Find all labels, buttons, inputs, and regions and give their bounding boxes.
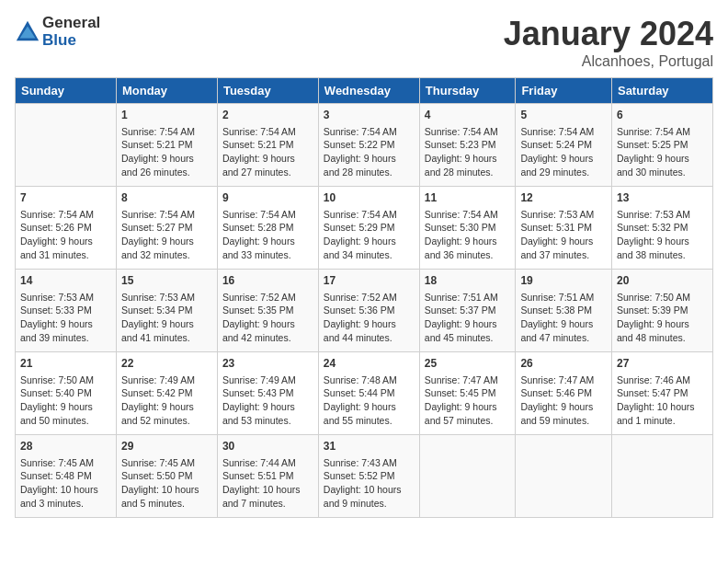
day-number: 21 bbox=[20, 356, 111, 372]
day-number: 25 bbox=[425, 356, 511, 372]
day-number: 29 bbox=[121, 439, 212, 454]
day-info: Sunrise: 7:54 AM Sunset: 5:28 PM Dayligh… bbox=[222, 208, 313, 262]
week-row-3: 21Sunrise: 7:50 AM Sunset: 5:40 PM Dayli… bbox=[16, 352, 713, 435]
day-cell: 12Sunrise: 7:53 AM Sunset: 5:31 PM Dayli… bbox=[516, 187, 612, 270]
day-cell: 8Sunrise: 7:54 AM Sunset: 5:27 PM Daylig… bbox=[116, 187, 217, 270]
day-number: 30 bbox=[222, 439, 313, 454]
day-cell: 14Sunrise: 7:53 AM Sunset: 5:33 PM Dayli… bbox=[16, 270, 117, 352]
day-info: Sunrise: 7:50 AM Sunset: 5:39 PM Dayligh… bbox=[617, 291, 708, 345]
day-cell: 20Sunrise: 7:50 AM Sunset: 5:39 PM Dayli… bbox=[611, 270, 712, 352]
day-info: Sunrise: 7:52 AM Sunset: 5:36 PM Dayligh… bbox=[324, 291, 415, 345]
location-subtitle: Alcanhoes, Portugal bbox=[504, 53, 713, 70]
day-cell: 21Sunrise: 7:50 AM Sunset: 5:40 PM Dayli… bbox=[16, 352, 117, 435]
day-number: 10 bbox=[324, 190, 415, 206]
day-number: 4 bbox=[425, 108, 511, 123]
day-number: 17 bbox=[324, 273, 415, 289]
day-number: 23 bbox=[222, 356, 313, 372]
day-number: 1 bbox=[121, 108, 212, 123]
day-cell: 1Sunrise: 7:54 AM Sunset: 5:21 PM Daylig… bbox=[116, 104, 217, 187]
day-info: Sunrise: 7:54 AM Sunset: 5:21 PM Dayligh… bbox=[222, 125, 313, 179]
col-header-friday: Friday bbox=[516, 78, 612, 104]
day-info: Sunrise: 7:51 AM Sunset: 5:38 PM Dayligh… bbox=[520, 291, 607, 345]
day-info: Sunrise: 7:54 AM Sunset: 5:21 PM Dayligh… bbox=[121, 125, 212, 179]
day-info: Sunrise: 7:45 AM Sunset: 5:48 PM Dayligh… bbox=[20, 456, 111, 511]
day-info: Sunrise: 7:54 AM Sunset: 5:24 PM Dayligh… bbox=[520, 125, 607, 179]
day-cell: 5Sunrise: 7:54 AM Sunset: 5:24 PM Daylig… bbox=[516, 104, 612, 187]
day-number: 18 bbox=[425, 273, 511, 289]
day-info: Sunrise: 7:47 AM Sunset: 5:46 PM Dayligh… bbox=[520, 373, 607, 428]
day-number: 3 bbox=[324, 108, 415, 123]
day-number: 5 bbox=[520, 108, 607, 123]
day-info: Sunrise: 7:54 AM Sunset: 5:23 PM Dayligh… bbox=[425, 125, 511, 179]
day-cell: 30Sunrise: 7:44 AM Sunset: 5:51 PM Dayli… bbox=[217, 435, 318, 518]
day-cell: 23Sunrise: 7:49 AM Sunset: 5:43 PM Dayli… bbox=[217, 352, 318, 435]
title-block: January 2024 Alcanhoes, Portugal bbox=[504, 15, 713, 70]
col-header-monday: Monday bbox=[116, 78, 217, 104]
day-info: Sunrise: 7:53 AM Sunset: 5:31 PM Dayligh… bbox=[520, 208, 607, 262]
day-cell: 24Sunrise: 7:48 AM Sunset: 5:44 PM Dayli… bbox=[318, 352, 419, 435]
day-info: Sunrise: 7:54 AM Sunset: 5:22 PM Dayligh… bbox=[324, 125, 415, 179]
day-info: Sunrise: 7:54 AM Sunset: 5:29 PM Dayligh… bbox=[324, 208, 415, 262]
week-row-4: 28Sunrise: 7:45 AM Sunset: 5:48 PM Dayli… bbox=[16, 435, 713, 518]
day-cell: 31Sunrise: 7:43 AM Sunset: 5:52 PM Dayli… bbox=[318, 435, 419, 518]
col-header-saturday: Saturday bbox=[611, 78, 712, 104]
day-cell bbox=[419, 435, 516, 518]
day-cell: 4Sunrise: 7:54 AM Sunset: 5:23 PM Daylig… bbox=[419, 104, 516, 187]
page-header: General Blue January 2024 Alcanhoes, Por… bbox=[15, 15, 713, 70]
day-info: Sunrise: 7:54 AM Sunset: 5:27 PM Dayligh… bbox=[121, 208, 212, 262]
day-cell: 17Sunrise: 7:52 AM Sunset: 5:36 PM Dayli… bbox=[318, 270, 419, 352]
day-number: 16 bbox=[222, 273, 313, 289]
day-number: 2 bbox=[222, 108, 313, 123]
day-cell: 18Sunrise: 7:51 AM Sunset: 5:37 PM Dayli… bbox=[419, 270, 516, 352]
week-row-1: 7Sunrise: 7:54 AM Sunset: 5:26 PM Daylig… bbox=[16, 187, 713, 270]
day-number: 26 bbox=[520, 356, 607, 372]
day-cell: 6Sunrise: 7:54 AM Sunset: 5:25 PM Daylig… bbox=[611, 104, 712, 187]
day-number: 12 bbox=[520, 190, 607, 206]
logo-general-text: General bbox=[42, 14, 100, 31]
col-header-sunday: Sunday bbox=[16, 78, 117, 104]
day-info: Sunrise: 7:50 AM Sunset: 5:40 PM Dayligh… bbox=[20, 373, 111, 428]
day-cell: 15Sunrise: 7:53 AM Sunset: 5:34 PM Dayli… bbox=[116, 270, 217, 352]
day-number: 28 bbox=[20, 439, 111, 454]
day-info: Sunrise: 7:54 AM Sunset: 5:25 PM Dayligh… bbox=[617, 125, 708, 179]
day-info: Sunrise: 7:48 AM Sunset: 5:44 PM Dayligh… bbox=[324, 373, 415, 428]
day-info: Sunrise: 7:44 AM Sunset: 5:51 PM Dayligh… bbox=[222, 456, 313, 511]
day-cell: 25Sunrise: 7:47 AM Sunset: 5:45 PM Dayli… bbox=[419, 352, 516, 435]
day-cell: 29Sunrise: 7:45 AM Sunset: 5:50 PM Dayli… bbox=[116, 435, 217, 518]
day-cell: 28Sunrise: 7:45 AM Sunset: 5:48 PM Dayli… bbox=[16, 435, 117, 518]
week-row-2: 14Sunrise: 7:53 AM Sunset: 5:33 PM Dayli… bbox=[16, 270, 713, 352]
day-cell: 19Sunrise: 7:51 AM Sunset: 5:38 PM Dayli… bbox=[516, 270, 612, 352]
day-cell: 7Sunrise: 7:54 AM Sunset: 5:26 PM Daylig… bbox=[16, 187, 117, 270]
logo-icon bbox=[15, 19, 40, 45]
day-number: 7 bbox=[20, 190, 111, 206]
day-cell: 10Sunrise: 7:54 AM Sunset: 5:29 PM Dayli… bbox=[318, 187, 419, 270]
day-number: 22 bbox=[121, 356, 212, 372]
day-number: 9 bbox=[222, 190, 313, 206]
day-cell bbox=[516, 435, 612, 518]
day-number: 20 bbox=[617, 273, 708, 289]
day-number: 14 bbox=[20, 273, 111, 289]
day-number: 31 bbox=[324, 439, 415, 454]
day-number: 11 bbox=[425, 190, 511, 206]
day-info: Sunrise: 7:45 AM Sunset: 5:50 PM Dayligh… bbox=[121, 456, 212, 511]
logo-blue-text: Blue bbox=[42, 31, 76, 49]
calendar-table: SundayMondayTuesdayWednesdayThursdayFrid… bbox=[15, 77, 713, 518]
day-info: Sunrise: 7:46 AM Sunset: 5:47 PM Dayligh… bbox=[617, 373, 708, 428]
day-cell: 13Sunrise: 7:53 AM Sunset: 5:32 PM Dayli… bbox=[611, 187, 712, 270]
day-cell: 3Sunrise: 7:54 AM Sunset: 5:22 PM Daylig… bbox=[318, 104, 419, 187]
week-row-0: 1Sunrise: 7:54 AM Sunset: 5:21 PM Daylig… bbox=[16, 104, 713, 187]
col-header-wednesday: Wednesday bbox=[318, 78, 419, 104]
day-info: Sunrise: 7:52 AM Sunset: 5:35 PM Dayligh… bbox=[222, 291, 313, 345]
day-info: Sunrise: 7:53 AM Sunset: 5:32 PM Dayligh… bbox=[617, 208, 708, 262]
day-number: 15 bbox=[121, 273, 212, 289]
day-info: Sunrise: 7:53 AM Sunset: 5:34 PM Dayligh… bbox=[121, 291, 212, 345]
day-info: Sunrise: 7:53 AM Sunset: 5:33 PM Dayligh… bbox=[20, 291, 111, 345]
header-row: SundayMondayTuesdayWednesdayThursdayFrid… bbox=[16, 78, 713, 104]
day-info: Sunrise: 7:47 AM Sunset: 5:45 PM Dayligh… bbox=[425, 373, 511, 428]
day-number: 13 bbox=[617, 190, 708, 206]
day-number: 19 bbox=[520, 273, 607, 289]
day-number: 24 bbox=[324, 356, 415, 372]
day-cell: 16Sunrise: 7:52 AM Sunset: 5:35 PM Dayli… bbox=[217, 270, 318, 352]
day-cell: 11Sunrise: 7:54 AM Sunset: 5:30 PM Dayli… bbox=[419, 187, 516, 270]
day-cell: 27Sunrise: 7:46 AM Sunset: 5:47 PM Dayli… bbox=[611, 352, 712, 435]
